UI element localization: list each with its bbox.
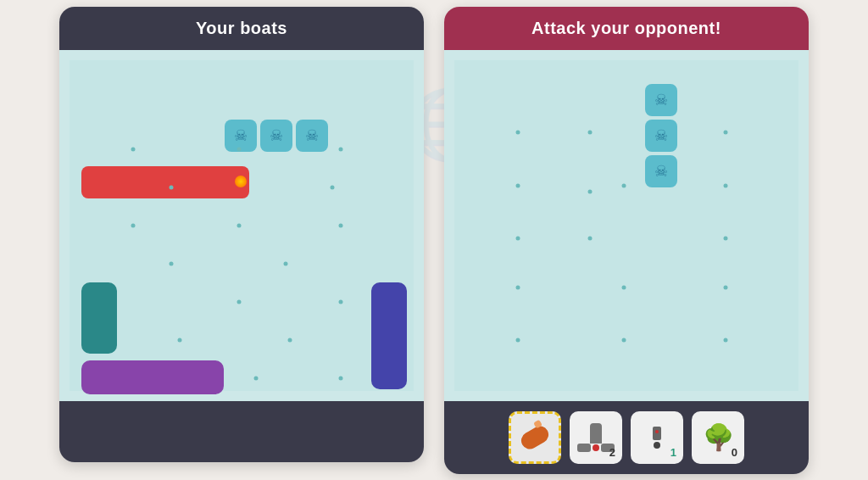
grid-dot	[724, 130, 728, 134]
teal-boat	[81, 282, 117, 354]
your-boats-title: Your boats	[196, 19, 287, 37]
your-boats-body: ☠ ☠ ☠	[59, 50, 424, 401]
grid-dot	[622, 183, 626, 187]
your-boats-panel: Your boats ☠ ☠ ☠	[59, 7, 424, 462]
attack-footer: 2 1 🌳 0	[444, 401, 809, 474]
mine-icon	[653, 427, 661, 449]
fire-dot	[235, 176, 247, 187]
grid-dot	[254, 376, 259, 380]
attack-body: ☠ ☠ ☠	[444, 50, 809, 401]
grid-dot	[588, 236, 593, 240]
weapon-mine[interactable]: 1	[631, 411, 683, 464]
skull-icon: ☠	[260, 120, 292, 152]
weapon-nuke[interactable]: 2	[570, 411, 622, 464]
grid-dot	[170, 185, 174, 189]
grid-dot	[724, 285, 728, 289]
tree-icon: 🌳	[703, 422, 734, 452]
grid-dot	[339, 299, 343, 304]
weapon-airdrop[interactable]: 🌳 0	[692, 411, 744, 464]
grid-dot	[339, 376, 343, 380]
attack-grid[interactable]: ☠ ☠ ☠	[454, 60, 798, 391]
skull-icon: ☠	[225, 120, 257, 152]
grid-dot	[516, 338, 520, 342]
grid-dot	[237, 299, 242, 304]
skull-icon: ☠	[645, 155, 677, 187]
skull-icon: ☠	[645, 120, 677, 152]
your-boats-grid: ☠ ☠ ☠	[70, 60, 414, 391]
grid-dot	[516, 130, 520, 134]
your-boats-header: Your boats	[59, 7, 424, 50]
grid-dot	[588, 130, 593, 134]
grid-dot	[178, 338, 182, 342]
grid-dot	[288, 338, 292, 342]
attack-panel: Attack your opponent! ☠ ☠ ☠	[444, 7, 809, 474]
nuke-count: 2	[609, 446, 615, 459]
bomb-icon	[518, 422, 551, 451]
grid-dot	[131, 223, 136, 227]
grid-dot	[237, 223, 242, 227]
grid-dot	[284, 261, 288, 265]
grid-dot	[516, 285, 520, 289]
grid-dot	[516, 236, 520, 240]
mine-count: 1	[670, 446, 676, 459]
grid-dot	[724, 236, 728, 240]
purple-vertical-boat	[371, 282, 407, 389]
grid-dot	[516, 183, 520, 187]
grid-dot	[622, 338, 626, 342]
skull-icon: ☠	[296, 120, 328, 152]
red-boat	[81, 166, 249, 198]
game-container: Your boats ☠ ☠ ☠	[59, 7, 809, 474]
grid-dot	[131, 147, 136, 151]
purple-horizontal-boat	[81, 360, 224, 394]
weapon-bomb[interactable]	[509, 411, 561, 464]
attack-title: Attack your opponent!	[531, 19, 721, 37]
your-boats-footer	[59, 401, 424, 462]
airdrop-count: 0	[732, 446, 737, 459]
grid-dot	[724, 183, 728, 187]
grid-dot	[724, 338, 728, 342]
grid-dot	[622, 285, 626, 289]
grid-dot	[331, 185, 335, 189]
grid-dot	[588, 189, 593, 193]
attack-header: Attack your opponent!	[444, 7, 809, 50]
grid-dot	[170, 261, 174, 265]
skull-icon: ☠	[645, 84, 677, 116]
grid-dot	[339, 223, 343, 227]
grid-dot	[237, 147, 242, 151]
grid-dot	[339, 147, 343, 151]
